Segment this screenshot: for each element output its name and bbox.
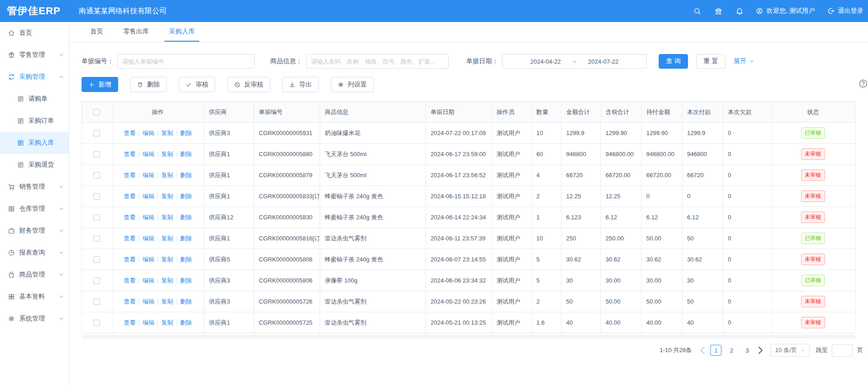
status-badge: 已审核 (801, 275, 825, 286)
row-checkbox[interactable] (93, 151, 100, 158)
edit-link[interactable]: 编辑 (142, 172, 154, 179)
sidebar-item-home[interactable]: 首页 (0, 22, 69, 44)
export-button[interactable]: 导出 (282, 77, 319, 92)
sidebar-item-retail[interactable]: 零售管理 (0, 44, 69, 66)
page-size-select[interactable]: 10 条/页 (770, 344, 810, 357)
sidebar-item-system[interactable]: 系统管理 (0, 308, 69, 330)
copy-link[interactable]: 复制 (161, 151, 173, 158)
edit-link[interactable]: 编辑 (142, 277, 154, 284)
welcome-user[interactable]: 欢迎您, 测试用户 (756, 7, 815, 15)
bell-icon[interactable] (736, 7, 743, 15)
delete-link[interactable]: 删除 (180, 235, 192, 242)
sidebar-item-finance[interactable]: 财务管理 (0, 220, 69, 242)
row-checkbox[interactable] (93, 214, 100, 221)
date-range-picker[interactable]: 2024-04-22 ~ 2024-07-22 (502, 54, 647, 69)
delete-link[interactable]: 删除 (180, 277, 192, 284)
add-button[interactable]: 新增 (82, 77, 118, 92)
sidebar-item-report[interactable]: 报表查询 (0, 242, 69, 264)
search-button[interactable]: 查 询 (659, 54, 688, 69)
sidebar-subitem-4[interactable]: 采购退货 (0, 154, 69, 176)
edit-link[interactable]: 编辑 (142, 214, 154, 221)
view-link[interactable]: 查看 (124, 193, 136, 200)
jump-page-input[interactable] (832, 344, 853, 357)
sidebar-item-purchase[interactable]: 采购管理 (0, 66, 69, 88)
edit-link[interactable]: 编辑 (142, 319, 154, 326)
sidebar-item-warehouse[interactable]: 仓库管理 (0, 198, 69, 220)
next-page-button[interactable] (755, 345, 766, 356)
row-checkbox[interactable] (93, 172, 100, 179)
page-button-2[interactable]: 2 (726, 345, 737, 356)
delete-link[interactable]: 删除 (180, 214, 192, 221)
row-checkbox[interactable] (93, 256, 100, 263)
delete-link[interactable]: 删除 (180, 193, 192, 200)
view-link[interactable]: 查看 (124, 214, 136, 221)
delete-link[interactable]: 删除 (180, 298, 192, 305)
view-link[interactable]: 查看 (124, 151, 136, 158)
delete-link[interactable]: 删除 (180, 319, 192, 326)
horizontal-scrollbar[interactable] (82, 335, 856, 338)
copy-link[interactable]: 复制 (161, 319, 173, 326)
prev-page-button[interactable] (697, 345, 708, 356)
view-link[interactable]: 查看 (124, 277, 136, 284)
page-button-1[interactable]: 1 (710, 345, 721, 356)
edit-link[interactable]: 编辑 (142, 193, 154, 200)
cell-date: 2024-06-06 23:34:32 (426, 270, 492, 291)
copy-link[interactable]: 复制 (161, 277, 173, 284)
row-checkbox[interactable] (93, 235, 100, 242)
view-link[interactable]: 查看 (124, 298, 136, 305)
edit-link[interactable]: 编辑 (142, 151, 154, 158)
row-checkbox[interactable] (93, 130, 100, 136)
expand-link[interactable]: 展开 (734, 57, 754, 65)
sidebar-subitem-3[interactable]: 采购入库 (0, 132, 69, 154)
column-settings-button[interactable]: 列设置 (331, 77, 374, 92)
row-checkbox[interactable] (93, 299, 100, 305)
copy-link[interactable]: 复制 (161, 256, 173, 263)
delete-link[interactable]: 删除 (180, 130, 192, 136)
cell-owed: 0 (723, 207, 773, 228)
audit-button[interactable]: 审核 (179, 77, 215, 92)
delete-button[interactable]: 删除 (130, 77, 167, 92)
view-link[interactable]: 查看 (124, 319, 136, 326)
view-link[interactable]: 查看 (124, 130, 136, 136)
sidebar-subitem-1[interactable]: 请购单 (0, 88, 69, 110)
sidebar-item-sales[interactable]: 销售管理 (0, 176, 69, 198)
reset-button[interactable]: 重 置 (696, 54, 726, 69)
tab-1[interactable]: 首页 (86, 22, 108, 42)
row-checkbox[interactable] (93, 320, 100, 326)
copy-link[interactable]: 复制 (161, 172, 173, 179)
delete-link[interactable]: 删除 (180, 256, 192, 263)
sidebar-item-basic[interactable]: 基本资料 (0, 286, 69, 308)
bank-icon[interactable] (715, 7, 722, 15)
cell-bill_no: CGRK00000005931 (254, 123, 320, 144)
edit-link[interactable]: 编辑 (142, 298, 154, 305)
copy-link[interactable]: 复制 (161, 298, 173, 305)
sidebar-subitem-2[interactable]: 采购订单 (0, 110, 69, 132)
copy-link[interactable]: 复制 (161, 235, 173, 242)
copy-link[interactable]: 复制 (161, 130, 173, 136)
select-all-checkbox[interactable] (93, 109, 100, 115)
view-link[interactable]: 查看 (124, 172, 136, 179)
view-link[interactable]: 查看 (124, 256, 136, 263)
bill-no-input[interactable] (117, 54, 255, 69)
view-link[interactable]: 查看 (124, 235, 136, 242)
row-checkbox[interactable] (93, 193, 100, 200)
copy-link[interactable]: 复制 (161, 193, 173, 200)
logout-button[interactable]: 退出登录 (827, 7, 863, 15)
tab-2[interactable]: 零售出库 (119, 22, 153, 42)
tab-3[interactable]: 采购入库 (164, 22, 199, 42)
goods-input[interactable] (306, 54, 449, 69)
row-checkbox[interactable] (93, 277, 100, 284)
edit-link[interactable]: 编辑 (142, 235, 154, 242)
column-header: 金额合计 (562, 102, 601, 123)
delete-label: 删除 (147, 81, 160, 89)
unaudit-button[interactable]: 反审核 (227, 77, 270, 92)
copy-link[interactable]: 复制 (161, 214, 173, 221)
edit-link[interactable]: 编辑 (142, 130, 154, 136)
search-icon[interactable] (693, 7, 701, 15)
page-button-3[interactable]: 3 (742, 345, 753, 356)
sidebar-item-goods[interactable]: 商品管理 (0, 264, 69, 286)
delete-link[interactable]: 删除 (180, 151, 192, 158)
help-icon[interactable] (858, 79, 868, 88)
delete-link[interactable]: 删除 (180, 172, 192, 179)
edit-link[interactable]: 编辑 (142, 256, 154, 263)
